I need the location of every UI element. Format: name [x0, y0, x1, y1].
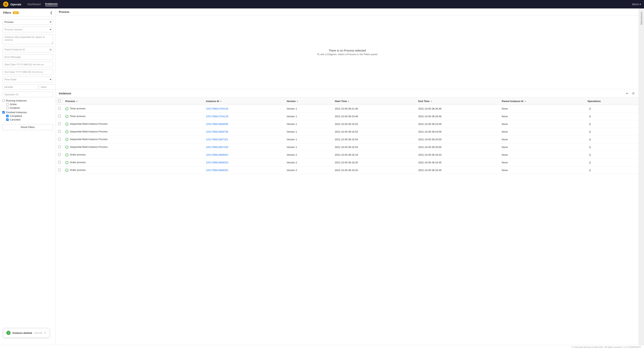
instance-id-link-7[interactable]: 2251799813688203 — [206, 161, 228, 164]
toast-time: Just now — [34, 332, 42, 334]
instances-panel-header: Instances ⇤ ⊘ — [56, 89, 638, 98]
delete-button-1[interactable]: 🗑 — [588, 114, 593, 118]
filters-sidebar: Filters 427 ❮ Process Process Version — [0, 8, 56, 345]
user-name: demo — [632, 3, 639, 6]
instance-id-link-6[interactable]: 2251799813688052 — [206, 153, 228, 156]
instance-id-link-3[interactable]: 2251799813686758 — [206, 130, 228, 133]
running-instances-checkbox[interactable] — [2, 99, 5, 102]
finished-instances-group: Finished Instances Completed Canceled — [2, 111, 53, 121]
instance-ids-filter-group — [2, 34, 53, 45]
row-checkbox-4[interactable] — [58, 138, 61, 140]
start-date-filter-group — [2, 62, 53, 67]
canceled-checkbox-label[interactable]: Canceled — [6, 118, 53, 121]
instance-ids-input[interactable] — [2, 34, 53, 44]
row-checkbox-2[interactable] — [58, 122, 61, 125]
row-instance-id-2: 2251799813686595 — [204, 120, 284, 128]
user-menu[interactable]: demo ▾ — [632, 3, 641, 6]
canceled-checkbox[interactable] — [6, 118, 9, 121]
delete-button-0[interactable]: 🗑 — [588, 107, 593, 111]
delete-button-6[interactable]: 🗑 — [588, 153, 593, 157]
process-panel-title: Process — [59, 10, 69, 14]
completed-checkbox[interactable] — [6, 115, 9, 117]
row-checkbox-6[interactable] — [58, 153, 61, 156]
parent-instance-grid-icon: ⊞ — [50, 48, 52, 51]
row-checkbox-1[interactable] — [58, 115, 61, 118]
variable-name-input[interactable] — [2, 84, 38, 90]
process-select[interactable]: Process — [2, 19, 53, 25]
delete-button-3[interactable]: 🗑 — [588, 130, 593, 134]
select-all-checkbox[interactable] — [58, 100, 61, 102]
incidents-checkbox[interactable] — [6, 107, 9, 109]
operation-id-input[interactable] — [2, 92, 53, 97]
row-parent-7: None — [500, 159, 585, 166]
th-start-time[interactable]: Start Time ▾ — [332, 98, 416, 105]
table-row: Sequential Multi-Instance Process 225179… — [56, 143, 638, 151]
sidebar-collapse-button[interactable]: ❮ — [50, 11, 52, 14]
toast-close-button[interactable]: × — [44, 331, 46, 334]
row-end-time-2: 2021-10-05 06:24:59 — [416, 120, 500, 128]
active-checkbox-label[interactable]: Active — [6, 103, 53, 106]
finished-sub-checkboxes: Completed Canceled — [6, 114, 53, 121]
running-sub-checkboxes: Active Incidents — [6, 103, 53, 109]
nav-link-instances[interactable]: Instances — [45, 2, 58, 6]
error-message-input[interactable] — [2, 54, 53, 60]
row-parent-8: None — [500, 166, 585, 174]
row-process-8: Order process — [63, 166, 204, 174]
row-select-cell-4 — [56, 136, 63, 143]
user-chevron-icon: ▾ — [640, 3, 641, 6]
table-row: Sequential Multi-Instance Process 225179… — [56, 120, 638, 128]
completed-checkbox-label[interactable]: Completed — [6, 114, 53, 118]
nav-link-dashboard[interactable]: Dashboard — [28, 3, 41, 6]
flow-node-select[interactable]: Flow Node — [2, 77, 53, 82]
instance-id-link-0[interactable]: 2251799813700140 — [206, 107, 228, 110]
th-parent-instance-id[interactable]: Parent Instance Id ▾ — [500, 98, 585, 105]
row-instance-id-6: 2251799813688052 — [204, 151, 284, 159]
th-version[interactable]: Version ▾ — [284, 98, 332, 105]
instance-id-link-5[interactable]: 2251799813687435 — [206, 146, 228, 148]
toast-message: Instance deleted — [12, 332, 32, 334]
finished-instances-label[interactable]: Finished Instances — [2, 111, 53, 114]
row-end-time-4: 2021-10-05 06:25:00 — [416, 136, 500, 143]
top-navigation: O Operate Dashboard Instances demo ▾ — [0, 0, 644, 8]
table-row: Order process 2251799813688203 Version 2… — [56, 159, 638, 166]
row-checkbox-0[interactable] — [58, 107, 61, 110]
row-version-4: Version 1 — [284, 136, 332, 143]
instance-id-link-1[interactable]: 2251799813704129 — [206, 115, 228, 118]
delete-button-7[interactable]: 🗑 — [588, 160, 593, 164]
start-date-input[interactable] — [2, 62, 53, 67]
running-instances-label[interactable]: Running Instances — [2, 99, 53, 102]
incidents-checkbox-label[interactable]: Incidents — [6, 106, 53, 109]
instances-collapse-button[interactable]: ⇤ — [625, 91, 630, 96]
instance-id-sort-icon: ▾ — [220, 100, 222, 102]
row-checkbox-5[interactable] — [58, 146, 61, 148]
operations-sidebar: Operations — [638, 8, 644, 345]
row-checkbox-3[interactable] — [58, 130, 61, 133]
row-select-cell-0 — [56, 105, 63, 112]
row-checkbox-7[interactable] — [58, 161, 61, 164]
end-date-input[interactable] — [2, 69, 53, 75]
delete-button-4[interactable]: 🗑 — [588, 138, 593, 142]
th-instance-id[interactable]: Instance Id ▾ — [204, 98, 284, 105]
delete-button-2[interactable]: 🗑 — [588, 122, 593, 126]
th-process[interactable]: Process ▾ — [63, 98, 204, 105]
parent-instance-id-input[interactable] — [2, 47, 53, 52]
active-checkbox[interactable] — [6, 103, 9, 106]
finished-instances-checkbox[interactable] — [2, 111, 5, 114]
reset-filters-button[interactable]: Reset Filters — [2, 124, 53, 130]
instances-filter-button[interactable]: ⊘ — [631, 91, 636, 96]
th-end-time[interactable]: End Time ▾ — [416, 98, 500, 105]
process-version-select[interactable]: Process Version — [2, 27, 53, 32]
row-version-2: Version 1 — [284, 120, 332, 128]
row-checkbox-8[interactable] — [58, 168, 61, 171]
row-instance-id-3: 2251799813686758 — [204, 128, 284, 136]
row-select-cell-6 — [56, 151, 63, 159]
row-process-0: Timer process — [63, 105, 204, 112]
delete-button-5[interactable]: 🗑 — [588, 145, 593, 149]
variable-value-input[interactable] — [39, 84, 56, 90]
delete-button-8[interactable]: 🗑 — [588, 168, 593, 172]
flow-node-filter-group: Flow Node — [2, 77, 53, 82]
instance-id-link-4[interactable]: 2251799813687351 — [206, 138, 228, 141]
instance-id-link-2[interactable]: 2251799813686595 — [206, 122, 228, 126]
instance-id-link-8[interactable]: 2251799813688302 — [206, 169, 228, 172]
th-operations: Operations — [585, 98, 638, 105]
